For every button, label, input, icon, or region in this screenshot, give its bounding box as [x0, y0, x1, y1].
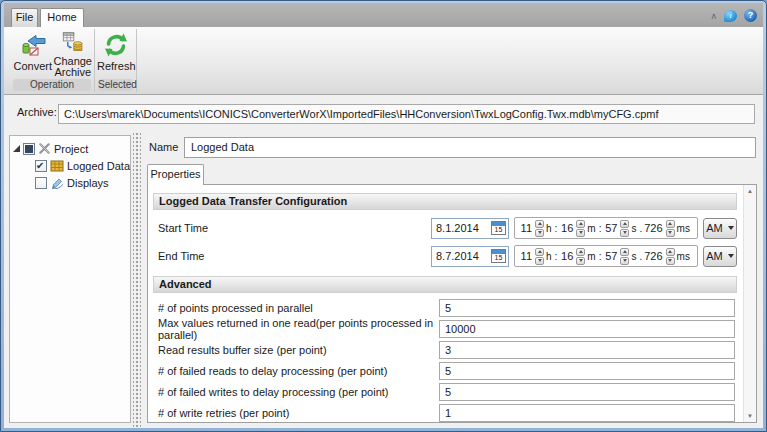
info-bubble-icon[interactable]: i: [724, 10, 737, 22]
minute-value[interactable]: 16: [559, 250, 574, 262]
calendar-icon[interactable]: 15: [491, 221, 506, 235]
end-ampm-dropdown[interactable]: AM: [703, 246, 737, 267]
minute-unit: m: [587, 223, 595, 234]
read-buffer-field[interactable]: 3: [439, 341, 735, 359]
section-header-transfer-config: Logged Data Transfer Configuration: [153, 193, 737, 210]
logged-data-checkbox[interactable]: [35, 160, 47, 172]
millisecond-value[interactable]: 726: [644, 250, 663, 262]
millisecond-unit: ms: [677, 251, 690, 262]
displays-checkbox[interactable]: [35, 177, 47, 189]
hour-unit: h: [546, 251, 552, 262]
main-area: Project Logged Data Displays: [4, 131, 763, 428]
properties-content: ▲ ▼ Logged Data Transfer Configuration S…: [147, 184, 757, 423]
hour-value[interactable]: 11: [518, 250, 533, 262]
dropdown-arrow-icon: [728, 226, 734, 230]
minimize-ribbon-icon[interactable]: ∧: [710, 10, 717, 22]
second-unit: s: [631, 223, 636, 234]
hour-spinner[interactable]: [535, 248, 544, 265]
millisecond-value[interactable]: 726: [644, 222, 663, 234]
client-area: File Home ∧ i ? Convert: [4, 3, 763, 428]
start-date-value: 8.1.2014: [432, 222, 491, 234]
failed-reads-field[interactable]: 5: [439, 362, 735, 380]
project-checkbox[interactable]: [23, 143, 35, 155]
millisecond-unit: ms: [677, 223, 690, 234]
change-archive-button-label: Change Archive: [53, 56, 92, 78]
tools-icon: [38, 142, 51, 155]
end-date-picker[interactable]: 8.7.2014 15: [431, 246, 509, 267]
field-row: Read results buffer size (per point) 3: [153, 341, 737, 358]
tree-item-label: Project: [54, 143, 88, 155]
expander-icon[interactable]: [13, 145, 20, 152]
calendar-icon[interactable]: 15: [491, 249, 506, 263]
name-field[interactable]: Logged Data: [184, 137, 756, 158]
max-values-field[interactable]: 10000: [439, 320, 735, 338]
write-retries-field[interactable]: 1: [439, 404, 735, 422]
millisecond-spinner[interactable]: [666, 220, 675, 237]
minute-unit: m: [587, 251, 595, 262]
tree-item-project[interactable]: Project: [10, 140, 130, 157]
field-row: # of points processed in parallel 5: [153, 299, 737, 316]
minute-value[interactable]: 16: [559, 222, 574, 234]
group-label-operation: Operation: [13, 79, 91, 91]
scroll-down-icon[interactable]: ▼: [744, 413, 756, 419]
convert-button[interactable]: Convert: [12, 30, 53, 78]
archive-path-field[interactable]: C:\Users\marek\Documents\ICONICS\Convert…: [58, 104, 755, 124]
field-row: # of failed writes to delay processing (…: [153, 383, 737, 400]
end-time-label: End Time: [153, 250, 431, 262]
table-icon: [50, 160, 64, 172]
display-icon: [50, 177, 64, 189]
end-time-spinners: 11 h : 16 m : 57 s .: [514, 245, 698, 267]
change-archive-icon: [60, 32, 86, 53]
name-label: Name: [149, 141, 178, 153]
change-archive-button[interactable]: Change Archive: [53, 30, 92, 78]
dropdown-arrow-icon: [728, 254, 734, 258]
tab-properties[interactable]: Properties: [147, 164, 204, 185]
convert-button-label: Convert: [13, 61, 52, 72]
minute-spinner[interactable]: [576, 248, 585, 265]
tree-item-logged-data[interactable]: Logged Data: [10, 157, 130, 174]
help-icon[interactable]: ?: [744, 9, 757, 22]
ribbon: Convert Change Archive O: [4, 27, 763, 95]
tab-home[interactable]: Home: [40, 8, 84, 27]
detail-panel: Name Logged Data Properties ▲ ▼ Logged D…: [141, 131, 758, 428]
vertical-scrollbar[interactable]: ▲ ▼: [743, 185, 756, 422]
hour-unit: h: [546, 223, 552, 234]
second-spinner[interactable]: [620, 220, 629, 237]
start-date-picker[interactable]: 8.1.2014 15: [431, 218, 509, 239]
start-time-spinners: 11 h : 16 m : 57 s .: [514, 217, 698, 239]
archive-label: Archive:: [17, 106, 57, 118]
start-time-label: Start Time: [153, 222, 431, 234]
minute-spinner[interactable]: [576, 220, 585, 237]
tab-file[interactable]: File: [11, 8, 38, 27]
group-label-selected: Selected: [98, 79, 133, 91]
second-value[interactable]: 57: [603, 250, 618, 262]
project-tree: Project Logged Data Displays: [9, 135, 131, 423]
field-row: # of failed reads to delay processing (p…: [153, 362, 737, 379]
start-ampm-dropdown[interactable]: AM: [703, 218, 737, 239]
refresh-button[interactable]: Refresh: [97, 30, 136, 78]
start-time-row: Start Time 8.1.2014 15 11 h : 16: [153, 216, 737, 240]
millisecond-spinner[interactable]: [666, 248, 675, 265]
archive-row: Archive: C:\Users\marek\Documents\ICONIC…: [4, 95, 763, 131]
failed-writes-field[interactable]: 5: [439, 383, 735, 401]
section-header-advanced: Advanced: [153, 276, 737, 293]
ribbon-group-operation: Convert Change Archive O: [10, 29, 95, 92]
ribbon-group-selected: Refresh Selected: [95, 29, 137, 92]
hour-spinner[interactable]: [535, 220, 544, 237]
ribbon-tab-bar: File Home ∧ i ?: [4, 3, 763, 27]
tree-item-displays[interactable]: Displays: [10, 174, 130, 191]
field-row: Max values returned in one read(per poin…: [153, 320, 737, 337]
hour-value[interactable]: 11: [518, 222, 533, 234]
end-date-value: 8.7.2014: [432, 250, 491, 262]
second-unit: s: [631, 251, 636, 262]
end-time-row: End Time 8.7.2014 15 11 h : 16: [153, 244, 737, 268]
scroll-up-icon[interactable]: ▲: [744, 188, 756, 194]
refresh-icon: [103, 32, 129, 58]
panel-splitter[interactable]: [133, 131, 141, 428]
refresh-button-label: Refresh: [97, 61, 136, 72]
field-row: # of write retries (per point) 1: [153, 404, 737, 421]
second-spinner[interactable]: [620, 248, 629, 265]
second-value[interactable]: 57: [603, 222, 618, 234]
points-parallel-field[interactable]: 5: [439, 299, 735, 317]
app-window: File Home ∧ i ? Convert: [0, 0, 767, 432]
